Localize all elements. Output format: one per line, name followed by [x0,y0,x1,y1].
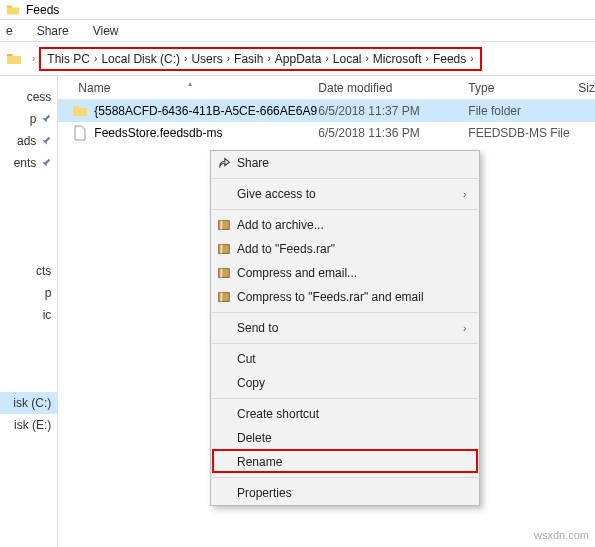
crumb-this-pc[interactable]: This PC [45,52,92,66]
menu-item-properties[interactable]: Properties [211,481,479,505]
menu-item-add-feeds-rar[interactable]: Add to "Feeds.rar" [211,237,479,261]
sidebar: cess p ads ents cts p ic isk (C:) isk (E… [0,76,58,547]
chevron-right-icon[interactable]: › [323,53,330,64]
window-title: Feeds [26,3,59,17]
menu-item-create-shortcut[interactable]: Create shortcut [211,402,479,426]
menu-item-give-access[interactable]: Give access to › [211,182,479,206]
column-date[interactable]: Date modified [318,81,468,95]
sidebar-item[interactable]: p [0,282,57,304]
svg-rect-3 [221,245,223,254]
menu-separator [212,477,478,478]
share-icon [211,156,237,170]
address-bar: › This PC› Local Disk (C:)› Users› Fasih… [0,42,595,76]
pin-icon [39,112,53,126]
svg-rect-5 [221,269,223,278]
svg-rect-0 [219,221,230,230]
crumb-microsoft[interactable]: Microsoft [371,52,424,66]
file-type: File folder [468,104,578,118]
file-date: 6/5/2018 11:37 PM [318,104,468,118]
crumb-users[interactable]: Users [189,52,224,66]
table-row[interactable]: FeedsStore.feedsdb-ms 6/5/2018 11:36 PM … [58,122,595,144]
crumb-appdata[interactable]: AppData [273,52,324,66]
sidebar-item[interactable]: cts [0,260,57,282]
menu-item-send-to[interactable]: Send to › [211,316,479,340]
chevron-right-icon: › [463,189,479,200]
file-date: 6/5/2018 11:36 PM [318,126,468,140]
menu-item-rename[interactable]: Rename [211,450,479,474]
chevron-right-icon[interactable]: › [265,53,272,64]
column-headers: Name▴ Date modified Type Siz [58,76,595,100]
sidebar-item[interactable]: cess [0,86,57,108]
file-name: {5588ACFD-6436-411B-A5CE-666AE6A92... [94,104,318,118]
file-type: FEEDSDB-MS File [468,126,578,140]
menu-separator [212,209,478,210]
menu-separator [212,178,478,179]
menu-item-add-archive[interactable]: Add to archive... [211,213,479,237]
menu-separator [212,343,478,344]
menu-bar: e Share View [0,20,595,42]
chevron-right-icon: › [463,323,479,334]
svg-rect-1 [221,221,223,230]
menu-separator [212,312,478,313]
menu-item-share[interactable]: Share [211,151,479,175]
title-bar: Feeds [0,0,595,20]
sidebar-item-disk-c[interactable]: isk (C:) [0,392,57,414]
menu-view[interactable]: View [93,24,119,38]
menu-item-copy[interactable]: Copy [211,371,479,395]
chevron-right-icon[interactable]: › [182,53,189,64]
crumb-feeds[interactable]: Feeds [431,52,468,66]
svg-rect-7 [221,293,223,302]
chevron-right-icon[interactable]: › [28,53,39,64]
archive-icon [211,218,237,232]
folder-icon [6,3,20,17]
column-name[interactable]: Name▴ [58,81,318,95]
column-type[interactable]: Type [468,81,578,95]
folder-icon [6,51,22,67]
sidebar-item[interactable]: ents [0,152,57,174]
crumb-local[interactable]: Local [331,52,364,66]
menu-item-compress-feeds-email[interactable]: Compress to "Feeds.rar" and email [211,285,479,309]
sidebar-item[interactable]: ads [0,130,57,152]
svg-rect-6 [219,293,230,302]
svg-rect-4 [219,269,230,278]
chevron-right-icon[interactable]: › [468,53,475,64]
context-menu: Share Give access to › Add to archive...… [210,150,480,506]
sidebar-item[interactable]: p [0,108,57,130]
crumb-fasih[interactable]: Fasih [232,52,265,66]
sidebar-item-disk-e[interactable]: isk (E:) [0,414,57,436]
chevron-right-icon[interactable]: › [225,53,232,64]
archive-icon [211,242,237,256]
archive-icon [211,290,237,304]
column-size[interactable]: Siz [578,81,595,95]
crumb-c-drive[interactable]: Local Disk (C:) [99,52,182,66]
sort-asc-icon: ▴ [188,79,192,88]
menu-share[interactable]: Share [37,24,69,38]
sidebar-item[interactable]: ic [0,304,57,326]
menu-item-compress-email[interactable]: Compress and email... [211,261,479,285]
chevron-right-icon[interactable]: › [364,53,371,64]
chevron-right-icon[interactable]: › [92,53,99,64]
chevron-right-icon[interactable]: › [424,53,431,64]
svg-rect-2 [219,245,230,254]
pin-icon [39,134,53,148]
menu-item-delete[interactable]: Delete [211,426,479,450]
table-row[interactable]: {5588ACFD-6436-411B-A5CE-666AE6A92... 6/… [58,100,595,122]
watermark-text: wsxdn.com [534,529,589,541]
breadcrumb[interactable]: This PC› Local Disk (C:)› Users› Fasih› … [39,47,481,71]
file-name: FeedsStore.feedsdb-ms [94,126,222,140]
archive-icon [211,266,237,280]
menu-separator [212,398,478,399]
file-icon [72,125,88,141]
pin-icon [39,156,53,170]
menu-item-cut[interactable]: Cut [211,347,479,371]
folder-icon [72,103,88,119]
menu-home[interactable]: e [6,24,13,38]
